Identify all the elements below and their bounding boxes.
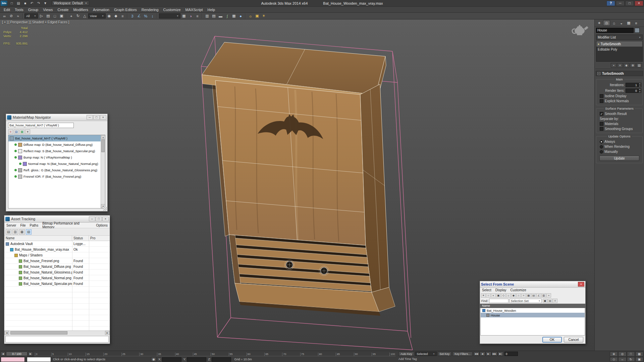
timeline-tick[interactable]: 95 [372,353,376,356]
at-refresh-icon[interactable]: ▥ [12,229,18,235]
column-name[interactable]: Name [4,236,72,241]
scrollbar[interactable]: ▲ ▼ [101,135,105,208]
motion-tab-icon[interactable]: ◒ [618,20,625,26]
matnav-item-glossiness[interactable]: Refl. gloss.: G (Bat_house_Natural_Gloss… [8,167,105,173]
timeline-tick[interactable]: 75 [300,353,304,356]
timeline-tick[interactable]: 0 [35,353,37,356]
timeline-tick[interactable]: 70 [282,353,286,356]
column-proxy[interactable]: Pro [89,236,110,241]
timeline-tick[interactable]: 25 [121,353,125,356]
menu-maxscript[interactable]: MAXScript [183,7,205,13]
select-by-name-icon[interactable]: ▤ ▼ [45,13,51,19]
material-name-field[interactable] [8,123,74,128]
utilities-tab-icon[interactable]: ¤ [633,20,640,26]
save-file-icon[interactable]: ■ [22,1,28,6]
select-and-move-icon[interactable]: + ▼ [68,13,74,19]
toggle-scene-explorer-icon[interactable]: ▥ ▼ [204,13,210,19]
menu-modifiers[interactable]: Modifiers [71,7,91,13]
edit-named-selections-icon[interactable]: ▦ ▼ [181,13,187,19]
minimize-button[interactable]: ─ [89,217,95,221]
asset-row-maps-shaders[interactable]: Maps / Shaders [4,252,110,258]
display-containers-icon[interactable]: ▥ [541,293,546,298]
display-none-icon[interactable]: ○ [486,293,491,298]
scene-row-house[interactable]: House [481,313,585,317]
timeline-tick[interactable]: 5 [51,353,54,356]
modifier-list-dropdown[interactable]: Modifier List ▼ [596,35,643,40]
remove-modifier-icon[interactable]: ⊗ [630,63,636,68]
create-tab-icon[interactable]: ∗ [596,20,603,26]
timeline-tick[interactable]: 30 [139,353,143,356]
time-slider[interactable]: 0 / 100 [6,352,28,356]
menu-graph-editors[interactable]: Graph Editors [112,7,139,13]
select-and-rotate-icon[interactable]: ↻ ▼ [75,13,81,19]
select-object-icon[interactable]: ▷ ▼ [38,13,45,19]
display-geometry-icon[interactable]: ▣ [496,293,501,298]
matnav-item-diffuse[interactable]: Diffuse map: D (Bat_house_Natural_Diffus… [8,141,105,148]
field-of-view-icon[interactable]: ◇ [610,357,618,362]
snap-toggle-3d-icon[interactable]: 3 ▼ [129,13,136,19]
add-time-tag[interactable]: Add Time Tag [398,357,417,361]
display-lights-icon[interactable]: ☼ [506,293,511,298]
asset-row-max-file[interactable]: Bat_House_Wooden_max_vray.max Ok [4,247,110,252]
display-all-icon[interactable]: ☀ [481,293,486,298]
menu-animation[interactable]: Animation [91,7,112,13]
maximize-button[interactable]: □ [93,115,100,120]
timeline-tick[interactable]: 80 [318,353,322,356]
at-menu-server[interactable]: Server [4,224,18,227]
reference-coordinate-dropdown[interactable]: View▼ [88,13,106,18]
timeline-tick[interactable]: 15 [86,353,90,356]
auto-key-button[interactable]: Auto Key [398,352,414,356]
matnav-item-bump[interactable]: Bump map: N ( VRayNormalMap ) [8,154,105,161]
view-large-icons-icon[interactable]: ▦ [19,129,24,134]
display-invert-icon[interactable]: ◐ [491,293,496,298]
orbit-icon[interactable]: ↻ [627,357,635,362]
menu-rendering[interactable]: Rendering [139,7,161,13]
maxscript-mini-listener-white[interactable] [27,357,51,362]
show-in-viewport-icon[interactable] [14,156,17,159]
at-menu-paths[interactable]: Paths [28,224,41,227]
workspace-dropdown[interactable]: Workspace: Default ▼ [52,1,89,6]
application-menu-button[interactable]: 3ds [1,1,7,6]
window-crossing-icon[interactable]: ▣ ▼ [58,13,65,19]
materials-checkbox[interactable] [600,122,603,126]
at-table-view-icon[interactable]: ▧ [26,229,32,235]
smoothing-groups-checkbox[interactable] [600,127,603,131]
new-scene-icon[interactable]: □ [9,1,15,6]
key-filters-button[interactable]: Key Filters... [452,352,472,356]
undo-icon[interactable]: ↶ [29,1,35,6]
object-name-field[interactable] [596,28,634,33]
keyboard-shortcut-override-icon[interactable]: ≡ ▼ [119,13,126,19]
minimize-button[interactable]: ─ [616,1,625,6]
minimize-button[interactable]: ─ [87,115,93,120]
display-spacewarps-icon[interactable]: ≈ [521,293,526,298]
previous-frame-icon[interactable]: ◀ [480,352,485,356]
timeline-tick[interactable]: 10 [68,353,72,356]
zoom-extents-icon[interactable]: □ [627,352,635,357]
zoom-all-icon[interactable]: ◎ [618,352,626,357]
display-cameras-icon[interactable]: ◉ [511,293,516,298]
sfs-select-icon[interactable]: ▣ [543,299,547,303]
select-and-link-icon[interactable]: ∞ ▼ [1,13,8,19]
percent-snap-icon[interactable]: % ▼ [143,13,149,19]
menu-help[interactable]: Help [205,7,218,13]
scroll-up-icon[interactable]: ▲ [101,135,105,139]
asset-row-fresnel[interactable]: Bat_house_Fresnel.png Found [4,258,110,264]
timeline-tick[interactable]: 50 [211,353,215,356]
selection-lock-icon[interactable]: ◉ [151,357,156,362]
scrollbar-thumb[interactable] [10,331,67,335]
sfs-menu-customize[interactable]: Customize [508,288,528,292]
project-folder-icon[interactable]: ▼ [42,1,48,6]
ok-button[interactable]: OK [542,337,562,343]
stack-item-editable-poly[interactable]: ● Editable Poly [596,47,642,52]
rectangular-selection-region-icon[interactable]: □ ▼ [52,13,58,19]
x-coordinate-field[interactable] [162,357,181,362]
select-and-scale-icon[interactable]: △ ▼ [82,13,88,19]
column-status[interactable]: Status [72,236,89,241]
sfs-settings-icon[interactable]: ≡ [553,299,557,303]
stack-item-turbosmooth[interactable]: ● TurboSmooth [596,41,642,47]
matnav-item-fresnel[interactable]: Fresnel IOR: F (Bat_house_Fresnel.png) [8,173,105,180]
scroll-left-icon[interactable]: ◀ [4,331,9,335]
previous-frame-arrow-icon[interactable]: ◀ [1,352,5,356]
object-color-swatch[interactable] [635,28,640,33]
horizontal-scrollbar[interactable]: ◀ ▶ [4,330,110,335]
